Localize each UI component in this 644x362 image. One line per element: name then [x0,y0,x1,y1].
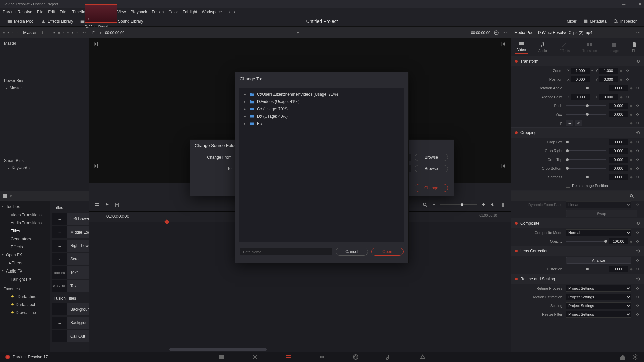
go-to-end-icon[interactable] [94,42,98,46]
tab-transition[interactable]: Transition [580,42,600,53]
efflib-dropdown-icon[interactable] [10,194,12,198]
viewer-more-icon[interactable] [502,30,507,35]
crop-bottom-slider[interactable] [566,168,606,169]
zoom-y-input[interactable]: 1.000 [599,68,618,74]
cut-page-icon[interactable] [252,354,258,360]
opacity-input[interactable]: 100.00 [609,238,628,244]
group-fusion[interactable]: Fusion Titles [54,296,76,301]
pos-y-input[interactable]: 0.000 [599,76,618,82]
maximize-button[interactable]: □ [631,2,633,6]
minimize-button[interactable]: — [622,2,625,6]
retime-enable-icon[interactable] [515,278,518,280]
dynzoom-ease-select[interactable]: Linear [566,201,631,208]
mixer-toggle[interactable]: Mixer [556,18,580,25]
settings-gear-icon[interactable] [632,354,639,360]
link-icon[interactable]: ⚭ [590,69,594,73]
tree-openfx[interactable]: Open FX [0,251,50,259]
fav-0[interactable]: ★Dark...hird [0,293,50,301]
scaling-select[interactable]: Project Settings [566,302,631,309]
power-bin-master[interactable]: Master [0,84,69,92]
menu-workspace[interactable]: Workspace [202,10,222,14]
menu-file[interactable]: File [37,10,43,14]
cropping-enable-icon[interactable] [515,131,518,134]
folder-item[interactable]: ▸C:\Users\Lizenznehmer\Videos (Usage: 71… [239,90,404,98]
menu-davinci[interactable]: DaVinci Resolve [3,10,32,14]
anchor-x-input[interactable]: 0.000 [571,94,590,100]
composite-mode-select[interactable]: Normal [566,229,631,236]
fusion-page-icon[interactable] [319,354,325,360]
search-icon[interactable] [67,30,69,35]
go-to-start-icon[interactable] [501,42,506,46]
composite-enable-icon[interactable] [515,222,518,225]
crop-right-input[interactable]: 0.000 [609,148,628,154]
rotation-input[interactable]: 0.000 [609,85,628,91]
tab-file[interactable]: File [629,42,640,53]
zoom-out-icon[interactable]: − [432,202,435,208]
source-viewer[interactable] [89,38,511,46]
media-page-icon[interactable] [218,354,225,360]
keyframe-icon[interactable]: ◆ [618,69,624,73]
zoom-search-icon[interactable] [422,202,428,207]
resize-filter-select[interactable]: Project Settings [566,311,631,318]
softness-input[interactable]: 0.000 [609,174,628,180]
composite-header[interactable]: Composite [520,221,539,226]
change-button[interactable]: Change [415,184,448,192]
open-button[interactable]: Open [371,248,404,256]
tree-fairlightfx[interactable]: Fairlight FX [0,275,50,283]
group-titles[interactable]: Titles [54,205,63,210]
tree-filters[interactable]: Filters [0,259,50,267]
menu-edit[interactable]: Edit [48,10,55,14]
smart-bin-keywords[interactable]: Keywords [0,164,69,172]
smart-bins-header[interactable]: Smart Bins [0,155,69,164]
master-bin[interactable]: Master [0,38,70,48]
efflib-more-icon[interactable] [637,193,641,199]
sort-icon[interactable] [76,30,78,35]
folder-item[interactable]: ▸D:\videos (Usage: 41%) [239,98,404,105]
close-button[interactable]: ✕ [638,2,641,6]
media-pool-toggle[interactable]: Media Pool [4,18,38,25]
swap-button[interactable]: Swap [566,210,637,217]
analyze-button[interactable]: Analyze [566,257,631,264]
lens-enable-icon[interactable] [515,250,518,252]
power-bins-header[interactable]: Power Bins [0,75,69,84]
flip-v-button[interactable]: ⇵ [575,120,582,126]
menu-trim[interactable]: Trim [60,10,68,14]
folder-item[interactable]: ▸C:\ (Usage: 70%) [239,105,404,113]
crop-left-slider[interactable] [566,142,606,142]
tab-audio[interactable]: Audio [536,42,550,53]
zoom-slider[interactable] [440,204,477,205]
fav-1[interactable]: ★Dark...Text [0,301,50,309]
tree-effects[interactable]: Effects [0,243,50,251]
rotation-slider[interactable] [566,88,606,88]
softness-slider[interactable] [566,177,606,177]
menu-color[interactable]: Color [168,10,178,14]
nav-back-icon[interactable] [12,30,14,35]
tree-titles[interactable]: Titles [0,227,50,235]
crop-top-input[interactable]: 0.000 [609,157,628,163]
timeline-view-icon[interactable] [94,202,100,207]
pitch-slider[interactable] [566,105,606,106]
go-to-start-icon[interactable] [501,164,506,168]
fav-2[interactable]: ★Draw...Line [0,309,50,317]
src-timecode[interactable]: 00:00:00:00 [105,31,124,35]
retime-process-select[interactable]: Project Settings [566,285,631,292]
tree-video-transitions[interactable]: Video Transitions [0,211,50,219]
timeline-tc[interactable]: 01:00:00:00 [106,214,129,219]
clip-thumbnail[interactable] [85,4,117,23]
trim-tool-icon[interactable] [114,202,120,207]
go-to-end-icon[interactable] [94,164,98,168]
yaw-slider[interactable] [566,114,606,115]
pitch-input[interactable]: 0.000 [609,103,628,109]
timeline-scrollbar[interactable] [169,348,267,351]
edit-page-icon[interactable] [285,354,292,360]
inspector-more-icon[interactable] [636,30,641,35]
fairlight-page-icon[interactable] [386,354,392,360]
cropping-header[interactable]: Cropping [520,130,537,135]
crop-bottom-input[interactable]: 0.000 [609,165,628,171]
effects-library-toggle[interactable]: Effects Library [38,18,76,25]
anchor-y-input[interactable]: 0.000 [599,94,618,100]
efflib-search-icon[interactable] [629,194,634,198]
color-page-icon[interactable] [352,354,359,360]
tree-generators[interactable]: Generators [0,235,50,243]
playhead[interactable] [167,222,167,352]
